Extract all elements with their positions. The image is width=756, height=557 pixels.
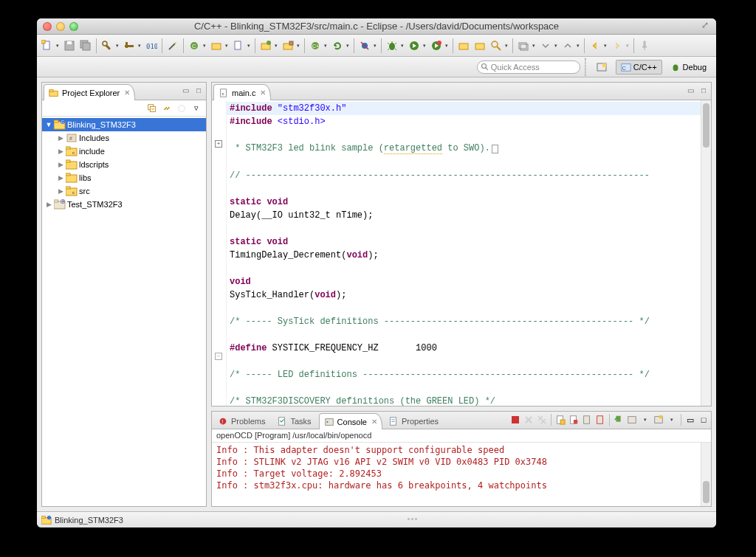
close-window-button[interactable] [43,22,52,31]
open-type-dropdown[interactable]: ▾ [273,38,279,53]
wand-button[interactable] [165,38,180,53]
view-menu-button[interactable]: ▿ [190,102,203,115]
build-target-button[interactable]: 010 [144,38,159,53]
open-type-button[interactable] [258,38,273,53]
tree-project-test[interactable]: ▶ C Test_STM32F3 [42,198,206,211]
forward-button[interactable] [610,38,625,53]
build-all-dropdown[interactable]: ▾ [137,38,142,53]
open-perspective-button[interactable] [591,60,613,75]
tab-problems[interactable]: ! Problems [212,414,271,429]
run-button[interactable] [407,38,422,53]
perspective-debug[interactable]: Debug [665,60,712,75]
maximize-view-button[interactable]: □ [193,84,205,96]
search-button[interactable] [489,38,504,53]
tree-item-src[interactable]: ▶ c src [42,184,206,198]
profile-dropdown[interactable]: ▾ [444,38,450,53]
prev-annotation-button[interactable] [560,38,575,53]
new-file-button[interactable] [231,38,246,53]
remove-all-button[interactable] [536,414,548,426]
next-annotation-button[interactable] [538,38,553,53]
code-area[interactable]: #include "stm32f30x.h"#include <stdio.h>… [227,100,701,406]
clear-console-button[interactable] [554,414,566,426]
build-dropdown[interactable]: ▾ [114,38,120,53]
editor-gutter[interactable]: + − [212,100,227,406]
prev-annotation-dropdown[interactable]: ▾ [575,38,581,53]
zoom-window-button[interactable] [69,22,78,31]
debug-button[interactable] [385,38,399,53]
tree-item-ldscripts[interactable]: ▶ ldscripts [42,158,206,171]
tree-project-root[interactable]: ▼ C Blinking_STM32F3 [42,118,206,131]
new-cpp-class-button[interactable]: C [187,38,202,53]
remove-launch-button[interactable] [523,414,535,426]
folded-marker[interactable] [492,145,498,153]
save-all-button[interactable] [78,38,93,53]
search-dropdown[interactable]: ▾ [504,38,509,53]
console-scrollbar[interactable] [701,443,711,506]
new-folder-button[interactable] [209,38,224,53]
run-dropdown[interactable]: ▾ [422,38,427,53]
expand-arrow-icon[interactable]: ▶ [57,161,64,168]
collapse-all-button[interactable] [145,102,159,115]
titlebar-proxy-icon[interactable]: ⤢ [701,20,712,30]
console-body[interactable]: Info : This adapter doesn't support conf… [212,443,711,506]
editor-scrollbar[interactable] [701,100,711,406]
back-button[interactable] [588,38,602,53]
tab-tasks[interactable]: Tasks [271,414,317,429]
pin-console-button[interactable] [613,414,625,426]
new-cpp-class-dropdown[interactable]: ▾ [202,38,207,53]
expand-arrow-icon[interactable]: ▶ [57,134,64,142]
new-button[interactable] [40,38,55,53]
refresh-dropdown[interactable]: ▾ [345,38,351,53]
folder-nav2-button[interactable] [472,38,487,53]
display-selected-dropdown[interactable]: ▾ [639,414,651,426]
minimize-window-button[interactable] [56,22,65,31]
close-icon[interactable]: ✕ [124,89,130,97]
build-all-button[interactable] [122,38,137,53]
open-task-button[interactable] [281,38,295,53]
new-cclass-dropdown[interactable]: ▾ [323,38,329,53]
tab-console[interactable]: Console ✕ [319,413,382,429]
close-icon[interactable]: ✕ [260,89,266,97]
next-annotation-dropdown[interactable]: ▾ [553,38,559,53]
editor-area[interactable]: + − #include "stm32f30x.h"#include <stdi… [212,100,711,406]
terminate-button[interactable] [509,414,521,426]
link-editor-button[interactable] [160,102,173,115]
close-icon[interactable]: ✕ [371,418,377,426]
status-project-label[interactable]: Blinking_STM32F3 [55,516,123,525]
new-dropdown[interactable]: ▾ [55,38,61,53]
new-file-dropdown[interactable]: ▾ [246,38,252,53]
debug-dropdown[interactable]: ▾ [399,38,405,53]
new-cclass-button[interactable]: C+ [308,38,323,53]
folder-nav1-button[interactable] [456,38,471,53]
pin-button[interactable] [637,38,652,53]
refresh-button[interactable] [330,38,345,53]
perspective-cpp[interactable]: C C/C++ [616,60,662,75]
scrollbar-thumb[interactable] [703,481,709,503]
skip-breakpoints-button[interactable] [357,38,372,53]
expand-arrow-icon[interactable]: ▶ [45,201,52,208]
maximize-view-button[interactable]: □ [698,414,709,426]
expand-arrow-icon[interactable]: ▼ [45,121,52,128]
tab-properties[interactable]: Properties [382,414,444,429]
expand-arrow-icon[interactable]: ▶ [57,174,64,181]
scrollbar-thumb[interactable] [703,103,709,148]
minimize-view-button[interactable]: ▭ [179,84,191,96]
toggle-mark-button[interactable] [516,38,531,53]
build-button[interactable] [100,38,114,53]
expand-arrow-icon[interactable]: ▶ [57,148,64,155]
tree-item-includes[interactable]: ▶ # Includes [42,131,206,145]
open-console-dropdown[interactable]: ▾ [666,414,678,426]
show-on-stderr-button[interactable] [594,414,606,426]
tab-project-explorer[interactable]: Project Explorer ✕ [44,84,135,100]
minimize-view-button[interactable]: ▭ [684,84,696,96]
expand-arrow-icon[interactable]: ▶ [57,187,64,195]
open-console-button[interactable] [653,414,664,426]
show-on-stdout-button[interactable] [581,414,593,426]
focus-task-button[interactable] [175,102,188,115]
open-task-dropdown[interactable]: ▾ [295,38,301,53]
new-folder-dropdown[interactable]: ▾ [224,38,230,53]
back-dropdown[interactable]: ▾ [602,38,608,53]
profile-button[interactable] [429,38,444,53]
maximize-view-button[interactable]: □ [698,84,709,96]
minimize-view-button[interactable]: ▭ [684,414,696,426]
